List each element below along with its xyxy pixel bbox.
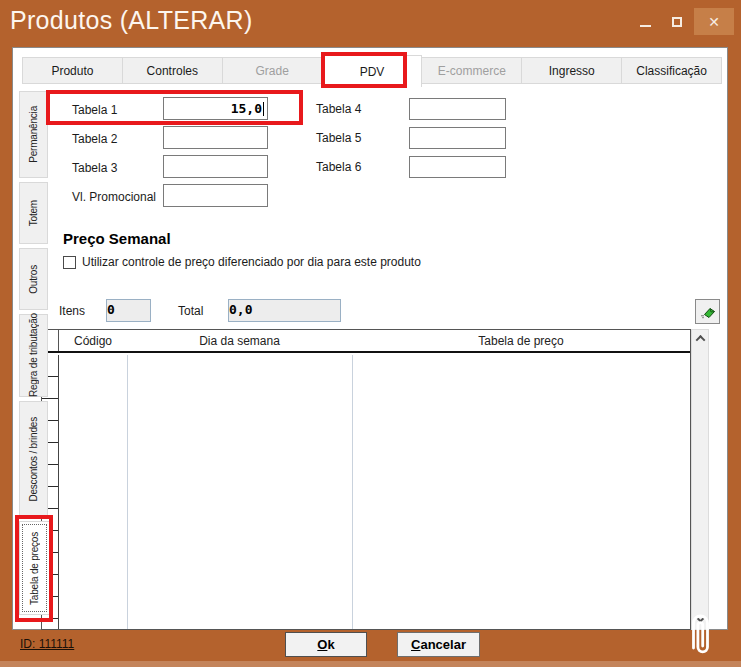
- preco-semanal-heading: Preço Semanal: [63, 230, 171, 247]
- table-body[interactable]: [42, 355, 690, 629]
- tabela1-input[interactable]: 15,0: [163, 97, 268, 120]
- total-field: 0,0: [228, 299, 341, 322]
- sidetab-permanencia[interactable]: Permanência: [19, 91, 48, 178]
- window-title: Produtos (ALTERAR): [10, 6, 253, 35]
- total-label: Total: [178, 304, 203, 318]
- table-header-row: Código Dia da semana Tabela de preço: [42, 330, 690, 353]
- tab-grade: Grade: [222, 57, 323, 84]
- tabela1-label: Tabela 1: [72, 103, 117, 117]
- tab-classificacao[interactable]: Classificação: [621, 57, 722, 84]
- chevron-up-icon: [695, 335, 705, 345]
- vl-promocional-label: Vl. Promocional: [72, 190, 156, 204]
- sidetab-descontos-brindes[interactable]: Descontos / brindes: [19, 401, 48, 517]
- ok-button[interactable]: Ok: [285, 632, 367, 657]
- tabela6-input[interactable]: [409, 156, 506, 178]
- weekly-price-checkbox-row: Utilizar controle de preço diferenciado …: [63, 255, 421, 269]
- itens-field: 0: [106, 299, 151, 322]
- minimize-icon: [640, 25, 651, 27]
- tabela5-input[interactable]: [409, 127, 506, 149]
- col-header-dia-da-semana: Dia da semana: [127, 330, 352, 351]
- dialog-body: Produto Controles Grade PDV E-commerce I…: [12, 47, 728, 630]
- tab-pdv[interactable]: PDV: [322, 55, 423, 87]
- table-scrollbar[interactable]: [691, 329, 709, 630]
- col-header-codigo: Código: [59, 330, 127, 351]
- tab-produto[interactable]: Produto: [22, 57, 123, 84]
- tabela2-label: Tabela 2: [72, 132, 117, 146]
- tabela1-value: 15,0: [231, 101, 262, 116]
- tab-controles[interactable]: Controles: [122, 57, 223, 84]
- weekly-price-checkbox-label: Utilizar controle de preço diferenciado …: [82, 255, 421, 269]
- maximize-icon: [672, 17, 682, 27]
- sidetab-regra-de-tributacao[interactable]: Regra de tributação: [19, 314, 48, 397]
- cancel-button[interactable]: Cancelar: [397, 632, 480, 657]
- eraser-icon: [700, 304, 716, 320]
- weekly-price-table: Código Dia da semana Tabela de preço: [41, 329, 691, 630]
- tabela5-label: Tabela 5: [316, 131, 361, 145]
- text-cursor: [263, 102, 264, 116]
- close-button[interactable]: ✕: [694, 8, 734, 35]
- tabela3-label: Tabela 3: [72, 161, 117, 175]
- sidetab-totem[interactable]: Totem: [19, 182, 48, 244]
- tabela2-input[interactable]: [163, 126, 268, 149]
- clear-grid-button[interactable]: [695, 299, 720, 324]
- minimize-button[interactable]: [630, 8, 660, 35]
- col-header-tabela-de-preco: Tabela de preço: [352, 330, 690, 351]
- scroll-up-button[interactable]: [692, 330, 708, 347]
- paperclip-icon[interactable]: [684, 610, 716, 662]
- column-divider: [352, 355, 353, 629]
- record-id-link[interactable]: ID: 111111: [20, 637, 74, 651]
- column-divider: [127, 355, 128, 629]
- tabela3-input[interactable]: [163, 155, 268, 178]
- produtos-dialog: Produtos (ALTERAR) ✕ Produto Controles G…: [0, 0, 741, 667]
- vl-promocional-input[interactable]: [163, 184, 268, 207]
- maximize-button[interactable]: [662, 8, 692, 35]
- sidetab-outros[interactable]: Outros: [19, 248, 48, 310]
- itens-label: Itens: [59, 304, 85, 318]
- weekly-price-checkbox[interactable]: [63, 256, 76, 269]
- tab-ecommerce: E-commerce: [421, 57, 522, 84]
- tabela4-label: Tabela 4: [316, 102, 361, 116]
- tabela6-label: Tabela 6: [316, 160, 361, 174]
- close-icon: ✕: [708, 14, 720, 30]
- tab-ingresso[interactable]: Ingresso: [521, 57, 622, 84]
- tabela4-input[interactable]: [409, 98, 506, 120]
- sidetab-tabela-de-precos[interactable]: Tabela de preços: [19, 521, 50, 615]
- top-tabstrip: Produto Controles Grade PDV E-commerce I…: [22, 57, 721, 84]
